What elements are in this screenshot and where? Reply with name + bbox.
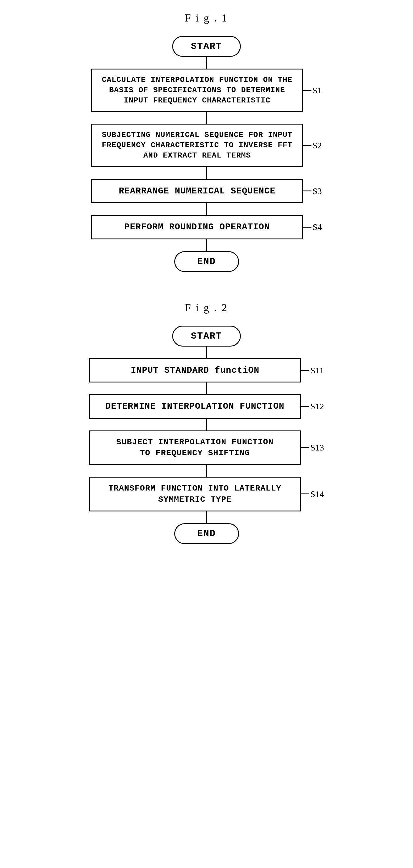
connector <box>206 239 207 251</box>
fig2-step1-box: INPUT STANDARD functiON <box>89 358 301 383</box>
connector <box>206 382 207 394</box>
label-line <box>301 447 309 448</box>
fig1-step2-label: S2 <box>313 141 322 151</box>
fig2-step4-row: TRANSFORM FUNCTION INTO LATERALLY SYMMET… <box>89 477 324 512</box>
connector <box>206 112 207 124</box>
connector <box>206 465 207 477</box>
connector <box>206 203 207 215</box>
fig1-step4-row: PERFORM ROUNDING OPERATION S4 <box>91 215 322 239</box>
fig2-start: START <box>172 326 241 346</box>
fig2-step4-label: S14 <box>310 489 324 499</box>
fig1-start: START <box>172 36 241 57</box>
fig1-step3-label: S3 <box>313 186 322 196</box>
fig2-step4-box: TRANSFORM FUNCTION INTO LATERALLY SYMMET… <box>89 477 301 512</box>
fig2-step2-row: DETERMINE INTERPOLATION FUNCTION S12 <box>89 394 324 419</box>
fig2-step3-label: S13 <box>310 442 324 453</box>
connector <box>206 57 207 69</box>
fig2-end: END <box>174 523 239 544</box>
fig1-step4-box: PERFORM ROUNDING OPERATION <box>91 215 303 239</box>
label-line <box>301 370 309 371</box>
fig2-title: F i g . 2 <box>185 302 228 314</box>
label-line <box>303 190 312 191</box>
fig2-step3-box: SUBJECT INTERPOLATION FUNCTION TO FREQUE… <box>89 431 301 465</box>
fig1-step2-label-group: S2 <box>303 141 322 151</box>
page: F i g . 1 START CALCULATE INTERPOLATION … <box>18 12 395 574</box>
label-line <box>303 145 312 146</box>
connector <box>206 167 207 179</box>
fig2-step1-label: S11 <box>311 365 324 375</box>
fig1-end: END <box>174 251 239 272</box>
fig1-step2-box: SUBJECTING NUMERICAL SEQUENCE FOR INPUT … <box>91 124 303 167</box>
fig2-step1-label-group: S11 <box>301 365 324 375</box>
fig1-title: F i g . 1 <box>185 12 228 24</box>
fig2-step4-label-group: S14 <box>301 489 324 499</box>
fig1-step1-box: CALCULATE INTERPOLATION FUNCTION ON THE … <box>91 69 303 112</box>
fig1-step1-label: S1 <box>313 85 322 95</box>
fig2-step2-box: DETERMINE INTERPOLATION FUNCTION <box>89 394 301 419</box>
figure-1: F i g . 1 START CALCULATE INTERPOLATION … <box>92 12 321 272</box>
fig1-step1-row: CALCULATE INTERPOLATION FUNCTION ON THE … <box>91 69 322 112</box>
connector <box>206 419 207 431</box>
fig2-step3-row: SUBJECT INTERPOLATION FUNCTION TO FREQUE… <box>89 431 324 465</box>
fig1-step4-label: S4 <box>313 222 322 232</box>
label-line <box>301 494 309 494</box>
connector <box>206 346 207 358</box>
fig2-start-row: START <box>172 326 241 346</box>
label-line <box>303 90 312 91</box>
fig2-step2-label-group: S12 <box>301 401 324 411</box>
label-line <box>303 227 312 227</box>
fig1-end-row: END <box>174 251 239 272</box>
fig1-step2-row: SUBJECTING NUMERICAL SEQUENCE FOR INPUT … <box>91 124 322 167</box>
fig1-step3-box: REARRANGE NUMERICAL SEQUENCE <box>91 179 303 204</box>
figure-2: F i g . 2 START INPUT STANDARD functiON … <box>92 302 321 544</box>
fig1-step4-label-group: S4 <box>303 222 322 232</box>
fig2-end-row: END <box>174 523 239 544</box>
fig1-step3-label-group: S3 <box>303 186 322 196</box>
fig1-step3-row: REARRANGE NUMERICAL SEQUENCE S3 <box>91 179 322 204</box>
fig2-step1-row: INPUT STANDARD functiON S11 <box>89 358 324 383</box>
label-line <box>301 406 309 407</box>
fig1-start-row: START <box>172 36 241 57</box>
fig2-step3-label-group: S13 <box>301 442 324 453</box>
connector <box>206 512 207 523</box>
fig1-step1-label-group: S1 <box>303 85 322 95</box>
fig2-step2-label: S12 <box>310 401 324 411</box>
